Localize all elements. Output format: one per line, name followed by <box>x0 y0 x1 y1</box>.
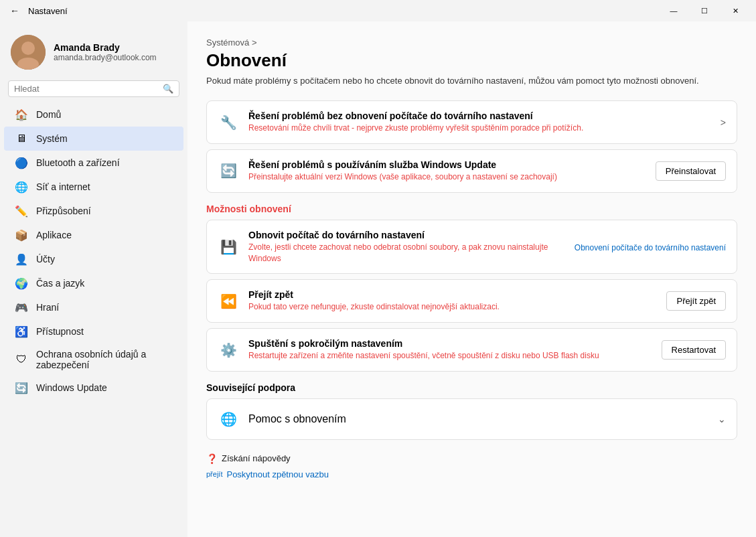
card-title-prejit-zpet: Přejít zpět <box>248 289 657 300</box>
nav-icon-ucty: 👤 <box>15 252 28 266</box>
nav-label-pristupnost: Přístupnost <box>36 326 84 337</box>
card-action-reseni-windows-update: Přeinstalovat <box>656 161 726 181</box>
sidebar-item-windows-update[interactable]: 🔄 Windows Update <box>4 376 183 400</box>
card-text-spusteni-pokrocilym: Spuštění s pokročilým nastavením Restart… <box>248 338 652 362</box>
card-title-spusteni-pokrocilym: Spuštění s pokročilým nastavením <box>248 338 652 349</box>
nav-icon-aplikace: 📦 <box>15 228 28 242</box>
breadcrumb-system: Systémová > <box>206 37 257 48</box>
get-help-link[interactable]: ❓ Získání nápovědy <box>206 453 737 464</box>
sidebar-item-hrani[interactable]: 🎮 Hraní <box>4 295 183 319</box>
card-desc-spusteni-pokrocilym: Restartujte zařízení a změňte nastavení … <box>248 350 652 362</box>
nav-label-hrani: Hraní <box>36 302 59 313</box>
user-profile[interactable]: Amanda Brady amanda.brady@outlook.com <box>0 27 187 80</box>
nav-label-system: Systém <box>36 133 68 144</box>
user-name: Amanda Brady <box>54 42 157 53</box>
breadcrumb: Systémová > <box>206 37 737 48</box>
sidebar-item-aplikace[interactable]: 📦 Aplikace <box>4 223 183 247</box>
btn-prejit-zpet[interactable]: Přejít zpět <box>666 291 726 311</box>
chevron-down-icon: ⌄ <box>718 414 726 425</box>
nav-icon-pristupnost: ♿ <box>15 325 28 338</box>
titlebar: ← Nastavení — ☐ ✕ <box>0 0 756 21</box>
support-row-pomoc[interactable]: 🌐 Pomoc s obnovením ⌄ <box>207 399 737 439</box>
feedback-prefix: přejít <box>206 470 222 478</box>
restore-button[interactable]: ☐ <box>689 0 720 21</box>
search-icon: 🔍 <box>163 84 173 94</box>
btn-reseni-windows-update[interactable]: Přeinstalovat <box>656 161 726 181</box>
sidebar: Amanda Brady amanda.brady@outlook.com 🔍 … <box>0 21 187 537</box>
sidebar-item-prizpusobeni[interactable]: ✏️ Přizpůsobení <box>4 199 183 223</box>
nav-label-prizpusobeni: Přizpůsobení <box>36 206 91 216</box>
card-text-reseni-windows-update: Řešení problémů s používáním služba Wind… <box>248 159 646 183</box>
nav-label-domy: Domů <box>36 109 61 120</box>
nav-icon-ochrana: 🛡 <box>15 353 28 366</box>
btn-spusteni-pokrocilym[interactable]: Restartovat <box>662 340 726 360</box>
card-text-obnovit-tovarni: Obnovit počítač do továrního nastavení Z… <box>248 230 565 264</box>
avatar <box>11 35 46 70</box>
card-row-reseni-windows-update: 🔄 Řešení problémů s používáním služba Wi… <box>207 150 737 192</box>
card-icon-reseni-bez-obnoveni: 🔧 <box>218 112 239 133</box>
nav-icon-hrani: 🎮 <box>15 301 28 314</box>
top-cards: 🔧 Řešení problémů bez obnovení počítače … <box>206 100 737 193</box>
card-desc-obnovit-tovarni: Zvolte, jestli chcete zachovat nebo odeb… <box>248 242 565 264</box>
recovery-link-obnovit-tovarni[interactable]: Obnovení počítače do továrního nastavení <box>575 243 726 252</box>
back-button[interactable]: ← <box>5 1 24 20</box>
nav-label-bluetooth: Bluetooth a zařízení <box>36 157 120 168</box>
nav-label-aplikace: Aplikace <box>36 230 72 240</box>
sidebar-item-bluetooth[interactable]: 🔵 Bluetooth a zařízení <box>4 151 183 175</box>
chevron-right-icon: > <box>721 117 726 128</box>
card-obnovit-tovarni: 💾 Obnovit počítač do továrního nastavení… <box>206 220 737 275</box>
card-reseni-windows-update: 🔄 Řešení problémů s používáním služba Wi… <box>206 149 737 193</box>
card-row-prejit-zpet: ⏪ Přejít zpět Pokud tato verze nefunguje… <box>207 280 737 322</box>
main-content: Systémová > Obnovení Pokud máte problémy… <box>187 21 756 537</box>
sidebar-item-sit[interactable]: 🌐 Síť a internet <box>4 175 183 199</box>
app-title: Nastavení <box>28 6 658 16</box>
card-action-reseni-bez-obnoveni: > <box>721 117 726 129</box>
user-info: Amanda Brady amanda.brady@outlook.com <box>54 42 157 62</box>
sidebar-item-ucty[interactable]: 👤 Účty <box>4 247 183 271</box>
feedback-link[interactable]: přejít Poskytnout zpětnou vazbu <box>206 469 737 479</box>
card-text-reseni-bez-obnoveni: Řešení problémů bez obnovení počítače do… <box>248 110 711 134</box>
card-reseni-bez-obnoveni: 🔧 Řešení problémů bez obnovení počítače … <box>206 100 737 144</box>
close-button[interactable]: ✕ <box>720 0 751 21</box>
sidebar-item-cas[interactable]: 🌍 Čas a jazyk <box>4 271 183 295</box>
card-title-reseni-bez-obnoveni: Řešení problémů bez obnovení počítače do… <box>248 110 711 121</box>
card-action-obnovit-tovarni: Obnovení počítače do továrního nastavení <box>575 241 726 253</box>
card-action-prejit-zpet: Přejít zpět <box>666 291 726 311</box>
card-desc-prejit-zpet: Pokud tato verze nefunguje, zkuste odins… <box>248 301 657 313</box>
page-title: Obnovení <box>206 50 737 71</box>
recovery-cards: 💾 Obnovit počítač do továrního nastavení… <box>206 220 737 372</box>
app-body: Amanda Brady amanda.brady@outlook.com 🔍 … <box>0 21 756 537</box>
nav-icon-bluetooth: 🔵 <box>15 156 28 169</box>
recovery-section-header: Možnosti obnovení <box>206 204 737 214</box>
page-subtitle: Pokud máte problémy s počítačem nebo ho … <box>206 75 737 87</box>
card-row-spusteni-pokrocilym: ⚙️ Spuštění s pokročilým nastavením Rest… <box>207 329 737 371</box>
card-icon-prejit-zpet: ⏪ <box>218 291 239 312</box>
svg-point-1 <box>21 42 35 55</box>
search-input[interactable] <box>14 84 159 94</box>
user-email: amanda.brady@outlook.com <box>54 53 157 62</box>
nav-label-cas: Čas a jazyk <box>36 278 84 289</box>
nav-icon-cas: 🌍 <box>15 277 28 290</box>
nav-label-ochrana: Ochrana osobních údajů a zabezpečení <box>36 349 173 370</box>
card-title-reseni-windows-update: Řešení problémů s používáním služba Wind… <box>248 159 646 170</box>
card-row-reseni-bez-obnoveni[interactable]: 🔧 Řešení problémů bez obnovení počítače … <box>207 101 737 143</box>
nav-icon-domy: 🏠 <box>15 108 28 121</box>
card-text-prejit-zpet: Přejít zpět Pokud tato verze nefunguje, … <box>248 289 657 313</box>
footer-links: ❓ Získání nápovědy přejít Poskytnout zpě… <box>206 453 737 479</box>
sidebar-item-system[interactable]: 🖥 Systém <box>4 127 183 151</box>
card-action-spusteni-pokrocilym: Restartovat <box>662 340 726 360</box>
card-icon-reseni-windows-update: 🔄 <box>218 160 239 181</box>
card-prejit-zpet: ⏪ Přejít zpět Pokud tato verze nefunguje… <box>206 279 737 323</box>
sidebar-item-ochrana[interactable]: 🛡 Ochrana osobních údajů a zabezpečení <box>4 343 183 376</box>
card-row-obnovit-tovarni: 💾 Obnovit počítač do továrního nastavení… <box>207 220 737 274</box>
help-icon: ❓ <box>206 453 218 464</box>
card-desc-reseni-windows-update: Přeinstalujte aktuální verzi Windows (va… <box>248 171 646 183</box>
card-icon-obnovit-tovarni: 💾 <box>218 236 239 258</box>
nav-icon-sit: 🌐 <box>15 180 28 194</box>
sidebar-item-pristupnost[interactable]: ♿ Přístupnost <box>4 319 183 343</box>
nav-label-ucty: Účty <box>36 254 55 264</box>
sidebar-item-domy[interactable]: 🏠 Domů <box>4 102 183 127</box>
support-section-header: Související podpora <box>206 382 737 393</box>
minimize-button[interactable]: — <box>658 0 689 21</box>
search-box[interactable]: 🔍 <box>8 80 179 97</box>
